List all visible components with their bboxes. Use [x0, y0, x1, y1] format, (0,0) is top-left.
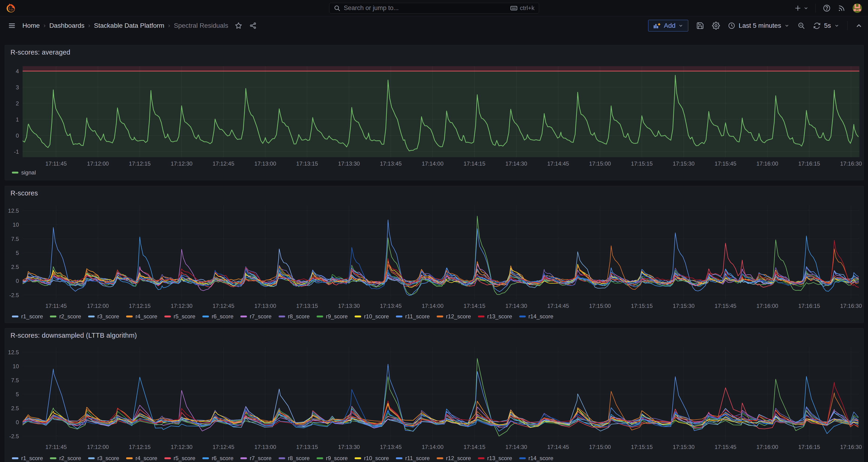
legend-label: r6_score [212, 313, 234, 320]
series-color-chip [317, 457, 323, 459]
legend-item-r8_score[interactable]: r8_score [279, 455, 310, 462]
svg-text:0: 0 [16, 132, 19, 139]
save-dashboard-icon[interactable] [696, 22, 704, 30]
legend-label: signal [21, 169, 36, 176]
series-color-chip [279, 315, 285, 317]
legend-item-r3_score[interactable]: r3_score [88, 313, 119, 320]
svg-text:17:12:15: 17:12:15 [129, 160, 151, 167]
svg-text:5: 5 [16, 250, 19, 256]
legend-item-r12_score[interactable]: r12_score [437, 455, 471, 462]
share-icon[interactable] [249, 22, 257, 29]
legend-item-r14_score[interactable]: r14_score [519, 313, 554, 320]
legend-item-signal[interactable]: signal [12, 169, 36, 176]
series-line-r2_score [23, 216, 859, 295]
series-color-chip [50, 457, 56, 459]
breadcrumb-dashboards[interactable]: Dashboards [49, 22, 84, 29]
breadcrumb-home[interactable]: Home [22, 22, 40, 29]
time-range-picker[interactable]: Last 5 minutes [728, 22, 789, 29]
svg-text:17:12:30: 17:12:30 [170, 160, 192, 167]
legend-item-r2_score[interactable]: r2_score [50, 455, 81, 462]
news-rss-icon[interactable] [838, 4, 846, 12]
legend-item-r9_score[interactable]: r9_score [317, 455, 348, 462]
legend-item-r9_score[interactable]: r9_score [317, 313, 348, 320]
legend-item-r4_score[interactable]: r4_score [126, 455, 157, 462]
svg-text:17:12:00: 17:12:00 [87, 303, 108, 309]
legend-item-r11_score[interactable]: r11_score [396, 313, 430, 320]
svg-text:17:14:45: 17:14:45 [547, 303, 569, 309]
svg-text:17:12:30: 17:12:30 [170, 303, 192, 309]
new-menu-button[interactable] [794, 4, 809, 12]
svg-text:17:15:30: 17:15:30 [673, 444, 694, 450]
legend-item-r11_score[interactable]: r11_score [396, 455, 430, 462]
zoom-out-icon[interactable] [797, 22, 805, 30]
legend-label: r14_score [529, 455, 554, 462]
legend-label: r9_score [326, 313, 348, 320]
topnav-divider [815, 4, 816, 12]
dashboard-toolbar: Home › Dashboards › Stackable Data Platf… [0, 17, 868, 34]
svg-text:17:15:00: 17:15:00 [589, 444, 611, 450]
search-input[interactable]: Search or jump to... ctrl+k [329, 3, 539, 13]
legend-label: r6_score [212, 455, 234, 462]
legend-item-r10_score[interactable]: r10_score [354, 455, 389, 462]
series-lines [23, 359, 858, 436]
menu-toggle-icon[interactable] [8, 22, 16, 30]
legend-item-r2_score[interactable]: r2_score [50, 313, 81, 320]
add-panel-button[interactable]: Add [648, 20, 688, 31]
grafana-logo[interactable] [6, 3, 16, 13]
svg-text:10: 10 [12, 363, 19, 369]
legend-item-r10_score[interactable]: r10_score [354, 313, 389, 320]
svg-text:17:15:45: 17:15:45 [715, 444, 736, 450]
svg-text:17:11:45: 17:11:45 [45, 444, 67, 450]
help-icon[interactable] [823, 4, 831, 12]
legend-item-r12_score[interactable]: r12_score [437, 313, 471, 320]
svg-text:17:15:30: 17:15:30 [673, 160, 694, 167]
svg-text:17:14:45: 17:14:45 [547, 444, 569, 450]
svg-text:12.5: 12.5 [8, 349, 19, 356]
user-avatar[interactable] [852, 3, 862, 13]
breadcrumb-separator: › [168, 22, 170, 29]
legend-item-r7_score[interactable]: r7_score [240, 455, 271, 462]
legend-item-r13_score[interactable]: r13_score [478, 313, 512, 320]
legend-item-r13_score[interactable]: r13_score [478, 455, 512, 462]
series-line-r7_score [23, 249, 859, 291]
legend-item-r5_score[interactable]: r5_score [164, 455, 195, 462]
series-color-chip [240, 315, 247, 317]
legend-item-r4_score[interactable]: r4_score [126, 313, 157, 320]
chevron-down-icon [834, 23, 839, 28]
legend-label: r1_score [21, 313, 43, 320]
refresh-icon [813, 22, 821, 29]
series-color-chip [478, 457, 485, 459]
series-color-chip [126, 315, 133, 317]
svg-text:17:12:00: 17:12:00 [87, 444, 108, 450]
chart-r-scores-averaged: 43210-117:11:4517:12:0017:12:1517:12:301… [5, 45, 864, 180]
svg-text:7.5: 7.5 [11, 236, 19, 242]
collapse-topbar-icon[interactable] [856, 22, 862, 29]
svg-text:17:13:30: 17:13:30 [338, 160, 360, 167]
legend-item-r7_score[interactable]: r7_score [240, 313, 271, 320]
legend-item-r1_score[interactable]: r1_score [12, 313, 43, 320]
legend-item-r6_score[interactable]: r6_score [203, 455, 234, 462]
favorite-star-icon[interactable] [235, 22, 242, 29]
refresh-picker[interactable]: 5s [813, 22, 839, 29]
time-range-label: Last 5 minutes [739, 22, 781, 29]
series-color-chip [317, 315, 323, 317]
series-line-r12_score [23, 246, 859, 289]
breadcrumb-folder[interactable]: Stackable Data Platform [94, 22, 164, 29]
series-color-chip [50, 315, 56, 317]
legend-item-r14_score[interactable]: r14_score [519, 455, 554, 462]
legend-item-r1_score[interactable]: r1_score [12, 455, 43, 462]
legend-label: r4_score [135, 313, 157, 320]
svg-text:0: 0 [16, 419, 19, 425]
chevron-down-icon [678, 23, 683, 28]
legend-item-r8_score[interactable]: r8_score [279, 313, 310, 320]
legend-item-r6_score[interactable]: r6_score [203, 313, 234, 320]
top-nav-bar: Search or jump to... ctrl+k [0, 0, 868, 16]
svg-text:17:12:15: 17:12:15 [129, 444, 151, 450]
legend-item-r3_score[interactable]: r3_score [88, 455, 119, 462]
legend-item-r5_score[interactable]: r5_score [164, 313, 195, 320]
chevron-down-icon [803, 6, 809, 11]
series-color-chip [396, 457, 402, 459]
dashboard-settings-icon[interactable] [712, 22, 720, 30]
legend-label: r8_score [288, 455, 310, 462]
series-color-chip [88, 315, 95, 317]
